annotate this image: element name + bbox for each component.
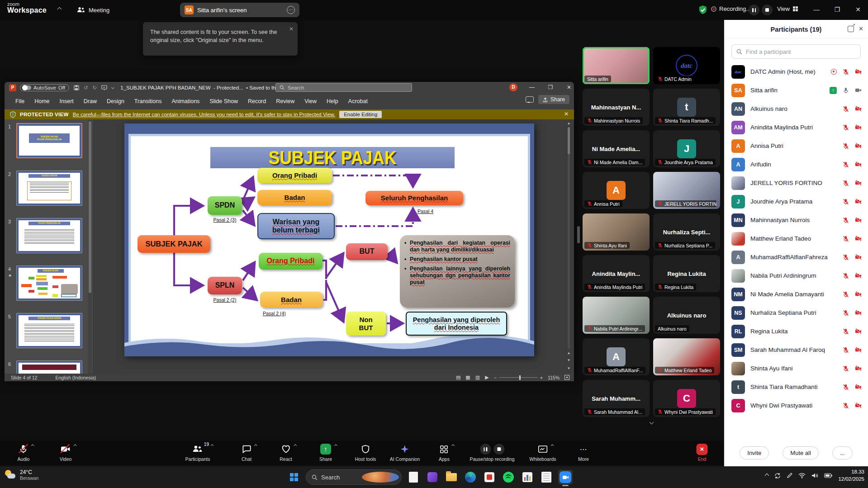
camera-off-icon[interactable] [855,124,862,131]
video-tile[interactable]: Regina Lukita Regina Lukita [653,255,720,292]
apps-chevron-icon[interactable] [451,444,455,447]
close-panel-icon[interactable]: ✕ [859,25,863,32]
mic-off-icon[interactable] [843,384,849,390]
store-app-icon[interactable] [482,470,497,484]
chat-chevron-icon[interactable] [254,444,257,447]
normal-view-icon[interactable]: ▤ [456,374,460,380]
taskbar-clock[interactable]: 18.33 12/02/2025 [838,469,864,483]
ppt-menu-tab[interactable]: Home [30,96,54,107]
video-tile[interactable]: Nurhaliza Septi... Nurhaliza Septiana P.… [653,213,720,251]
participant-row[interactable]: NM Ni Made Amelia Damayanti [724,285,868,303]
video-tile[interactable]: Ni Made Amelia... Ni Made Amelia Dam... [583,130,650,167]
camera-off-icon[interactable] [855,235,862,242]
comments-icon[interactable] [526,96,534,103]
participant-row[interactable]: SA Sitta arifin ↑ [724,81,868,99]
video-tile[interactable]: J Jourdhie Arya Pratama [653,130,720,167]
file-explorer-icon[interactable] [444,470,459,484]
video-tile[interactable]: Nabila Putri Ardiningr... [583,297,650,334]
ppt-search-box[interactable]: Search [275,83,412,92]
notes-app-icon[interactable] [539,470,554,484]
violet-app-icon[interactable] [425,470,440,484]
participant-row[interactable]: A Arifudin [724,155,868,174]
mic-off-icon[interactable] [843,365,849,372]
video-tile[interactable]: Shinta Ayu Ifani [583,213,650,251]
end-meeting-button[interactable]: × End [697,443,708,462]
slideshow-icon[interactable] [101,85,107,90]
react-button[interactable]: React [280,443,292,462]
participant-row[interactable]: A Annisa Putri [724,137,868,155]
camera-off-icon[interactable] [855,180,862,186]
camera-off-icon[interactable] [855,68,862,75]
save-icon[interactable] [74,85,79,90]
mute-all-button[interactable]: Mute all [783,446,819,460]
redo-icon[interactable]: ↻ [93,85,97,91]
mic-off-icon[interactable] [843,69,849,75]
camera-off-icon[interactable] [855,328,862,335]
slideshow-view-icon[interactable]: ▶ [485,374,489,380]
sync-tray-icon[interactable] [774,473,781,479]
mic-off-icon[interactable] [843,143,849,149]
camera-off-icon[interactable] [855,217,862,223]
camera-off-icon[interactable] [855,291,862,298]
workspace-chevron-icon[interactable] [57,7,62,12]
audio-options-chevron-icon[interactable] [31,444,34,447]
view-button[interactable]: View [777,5,798,12]
audio-button[interactable]: Audio [18,443,30,462]
chat-button[interactable]: Chat [242,443,251,462]
whiteboards-chevron-icon[interactable] [550,444,554,447]
battery-icon[interactable] [824,473,832,478]
video-tile[interactable]: A Annisa Putri [583,172,650,209]
slide-sorter-icon[interactable]: ▦ [465,374,470,380]
tab-shared-screen[interactable]: SA Sitta arifin's screen ⋯ [180,3,299,17]
camera-off-icon[interactable] [855,142,862,149]
slide-thumbnail-6[interactable] [16,360,82,374]
ai-companion-button[interactable]: AI Companion [390,443,420,462]
camera-off-icon[interactable] [855,254,862,261]
slide-thumbnail-5[interactable]: SUBJEK PAJAK BADAN [16,313,82,348]
host-tools-button[interactable]: Host tools [355,443,376,462]
zoom-app-icon[interactable] [558,470,573,484]
mic-off-icon[interactable] [843,291,849,298]
video-tile[interactable]: Alkuinus naro Alkuinus naro [653,297,720,334]
undo-icon[interactable]: ↺ [84,85,88,91]
security-shield-icon[interactable] [698,5,708,15]
reading-view-icon[interactable]: ▥ [475,374,480,380]
volume-icon[interactable] [811,473,818,479]
ppt-menu-tab[interactable]: Slide Show [205,96,242,107]
window-close-button[interactable]: ✕ [851,4,865,15]
wifi-icon[interactable] [798,473,806,479]
invite-button[interactable]: Invite [740,446,769,460]
mic-off-icon[interactable] [843,199,849,205]
mic-off-icon[interactable] [843,254,849,261]
ppt-maximize-button[interactable]: ❐ [543,82,558,93]
participants-button[interactable]: 19 Participants [185,443,210,462]
ppt-menu-tab[interactable]: Record [243,96,270,107]
ppt-menu-tab[interactable]: Review [271,96,299,107]
ppt-menu-tab[interactable]: File [11,96,29,107]
ppt-menu-tab[interactable]: Design [102,96,129,107]
video-tile[interactable]: JERELL YORIS FORTINO [653,172,720,209]
ppt-menu-tab[interactable]: Help [322,96,343,107]
video-tile[interactable]: Mahinnastyan N... Mahinnastyan Nurrois [583,89,650,126]
tab-meeting[interactable]: Meeting [72,4,114,16]
stop-recording-button[interactable] [762,5,773,15]
participant-row[interactable]: JERELL YORIS FORTINO [724,174,868,192]
taskbar-search[interactable]: Search [306,469,402,485]
participant-row[interactable]: SM Sarah Muhammad Al Faroq [724,341,868,359]
edge-browser-icon[interactable] [463,470,478,484]
account-avatar[interactable]: D [509,83,517,91]
thumbnails-scrollbar[interactable] [88,119,92,374]
camera-off-icon[interactable] [855,105,862,112]
more-options-button[interactable]: ... [832,446,853,460]
video-button[interactable]: Video [60,443,72,462]
mic-on-icon[interactable] [843,87,849,94]
gallery-collapse-button[interactable] [642,418,660,426]
stocks-app-icon[interactable] [520,470,535,484]
participant-row[interactable]: Matthew Erland Tadeo [724,229,868,248]
participant-row[interactable]: AM Anindita Maylinda Putri [724,118,868,137]
mic-off-icon[interactable] [843,236,849,242]
video-options-chevron-icon[interactable] [74,444,77,447]
participant-row[interactable]: AN Alkuinus naro [724,99,868,118]
apps-button[interactable]: Apps [439,443,450,462]
more-button[interactable]: ⋯ More [578,443,589,462]
